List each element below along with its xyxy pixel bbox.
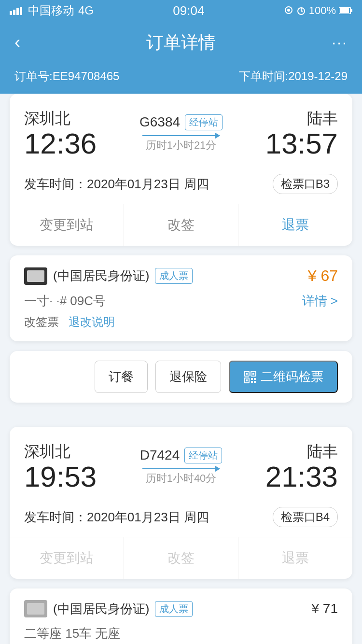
ticket-2-refund-btn: 退票 — [238, 537, 352, 579]
ticket-1-refund-btn[interactable]: 退票 — [238, 204, 352, 246]
passenger-2-ticket-type: 成人票 — [155, 601, 193, 617]
passenger-2-id-type: (中国居民身份证) — [53, 601, 149, 617]
svg-rect-2 — [16, 8, 19, 15]
status-bar-right: 100% — [284, 4, 352, 17]
more-button[interactable]: ··· — [332, 34, 348, 52]
qr-check-label: 二维码检票 — [261, 368, 323, 385]
passenger-1-seat-info: 一寸· ·# 09C号 — [24, 293, 106, 309]
passenger-2-left: (中国居民身份证) 成人票 — [24, 600, 193, 617]
passenger-1-detail-link[interactable]: 详情 > — [302, 293, 338, 309]
passenger-1-id-type: (中国居民身份证) — [53, 267, 149, 284]
ticket-2-gate: 检票口B4 — [273, 507, 338, 527]
section-gap — [0, 412, 362, 427]
ticket-1-train-info: 深圳北 12:36 G6384 经停站 历时1小时21分 陆丰 13:57 — [10, 94, 352, 204]
ticket-2-route: 深圳北 19:53 D7424 经停站 历时1小时40分 陆丰 21:33 — [24, 441, 338, 491]
svg-rect-15 — [252, 373, 254, 375]
svg-rect-21 — [254, 381, 256, 383]
ticket-1-route: 深圳北 12:36 G6384 经停站 历时1小时21分 陆丰 13:57 — [24, 108, 338, 158]
carrier-label: 中国移动 — [28, 3, 74, 18]
ticket-1-arrow — [142, 135, 220, 136]
signal-icon — [10, 6, 24, 15]
ticket-1-actions: 变更到站 改签 退票 — [10, 204, 352, 246]
svg-rect-17 — [246, 379, 248, 381]
passenger-2-row: (中国居民身份证) 成人票 ¥ 71 — [24, 600, 338, 617]
battery-label: 100% — [309, 4, 336, 17]
status-bar-time: 09:04 — [173, 3, 204, 18]
ticket-2-rebook-btn: 改签 — [124, 537, 238, 579]
ticket-1-center: G6384 经停站 历时1小时21分 — [106, 114, 256, 153]
ticket-2-depart-info: 发车时间：2020年01月23日 周四 检票口B4 — [24, 499, 338, 527]
svg-rect-20 — [251, 381, 253, 383]
ticket-2-jingting-tag[interactable]: 经停站 — [184, 448, 222, 463]
qr-code-icon — [243, 370, 257, 384]
passenger-1-ticket-type: 成人票 — [155, 268, 193, 284]
ticket-2-duration: 历时1小时40分 — [146, 471, 217, 486]
ticket-1-depart-info: 发车时间：2020年01月23日 周四 检票口B3 — [24, 166, 338, 194]
passenger-1-section: (中国居民身份证) 成人票 ¥ 67 一寸· ·# 09C号 详情 > 改签票 … — [10, 255, 352, 341]
insurance-refund-button[interactable]: 退保险 — [155, 361, 221, 393]
passenger-1-refund-link[interactable]: 退改说明 — [69, 314, 115, 330]
svg-rect-10 — [340, 8, 349, 13]
ticket-2-center: D7424 经停站 历时1小时40分 — [106, 448, 256, 486]
ticket-1-gate: 检票口B3 — [273, 174, 338, 194]
ticket-2-number-row: D7424 经停站 — [140, 448, 223, 463]
alarm-icon — [296, 6, 306, 15]
passenger-2-section: (中国居民身份证) 成人票 ¥ 71 二等座 15车 无座 已改签 退改说明 — [10, 588, 352, 644]
ticket-2-arrow — [142, 468, 220, 469]
ticket-1-rebook-btn[interactable]: 改签 — [124, 204, 238, 246]
ticket-1-duration: 历时1小时21分 — [146, 138, 217, 153]
passenger-1-rebook-label: 改签票 — [24, 314, 59, 330]
passenger-2-seat-row: 二等座 15车 无座 — [24, 625, 338, 642]
id-card-icon — [24, 267, 47, 285]
svg-rect-19 — [254, 378, 256, 380]
status-bar: 中国移动 4G 09:04 100% — [0, 0, 362, 21]
ticket-1-card: 深圳北 12:36 G6384 经停站 历时1小时21分 陆丰 13:57 — [10, 94, 352, 246]
passenger-2-seat-info: 二等座 15车 无座 — [24, 625, 120, 642]
back-button[interactable]: ‹ — [14, 32, 20, 53]
svg-rect-0 — [10, 11, 12, 15]
passenger-2-price: ¥ 71 — [312, 601, 338, 616]
ticket-1-to: 陆丰 13:57 — [265, 108, 338, 158]
ticket-1-train-number: G6384 — [139, 114, 180, 130]
passenger-1-left: (中国居民身份证) 成人票 — [24, 267, 193, 285]
page-title: 订单详情 — [146, 31, 216, 55]
battery-icon — [339, 7, 352, 14]
location-icon — [284, 6, 293, 15]
id-card-inner — [27, 270, 44, 282]
svg-rect-3 — [20, 7, 22, 15]
svg-point-5 — [287, 9, 290, 12]
ticket-2-actions: 变更到站 改签 退票 — [10, 537, 352, 579]
network-label: 4G — [78, 4, 94, 17]
order-info-bar: 订单号:EE94708465 下单时间:2019-12-29 — [0, 64, 362, 94]
ticket-1-from: 深圳北 12:36 — [24, 108, 97, 158]
svg-rect-1 — [13, 10, 15, 15]
main-content: 深圳北 12:36 G6384 经停站 历时1小时21分 陆丰 13:57 — [0, 94, 362, 644]
passenger-1-price: ¥ 67 — [308, 267, 338, 285]
svg-rect-18 — [251, 378, 253, 380]
passenger-1-refund-row: 改签票 退改说明 — [24, 314, 338, 330]
order-time: 下单时间:2019-12-29 — [239, 69, 348, 84]
status-bar-left: 中国移动 4G — [10, 3, 94, 18]
svg-rect-11 — [351, 9, 352, 12]
passenger-1-row: (中国居民身份证) 成人票 ¥ 67 — [24, 267, 338, 285]
ticket-2-change-btn: 变更到站 — [10, 537, 124, 579]
ticket-1-jingting-tag[interactable]: 经停站 — [185, 114, 223, 130]
ticket-2-to: 陆丰 21:33 — [265, 441, 338, 491]
ticket-1-change-btn[interactable]: 变更到站 — [10, 204, 124, 246]
order-food-button[interactable]: 订餐 — [95, 361, 148, 393]
ticket-1-buttons: 订餐 退保险 二维码检票 — [10, 351, 352, 403]
ticket-2-train-number: D7424 — [140, 448, 180, 463]
ticket-2-card: 深圳北 19:53 D7424 经停站 历时1小时40分 陆丰 21:33 — [10, 427, 352, 579]
ticket-1-depart-date: 发车时间：2020年01月23日 周四 — [24, 176, 209, 193]
id-card-inner-2 — [27, 603, 44, 615]
order-number: 订单号:EE94708465 — [14, 69, 119, 84]
qr-check-button[interactable]: 二维码检票 — [229, 361, 338, 393]
passenger-1-seat-row: 一寸· ·# 09C号 详情 > — [24, 293, 338, 309]
id-card-icon-2 — [24, 600, 47, 617]
ticket-1-number-row: G6384 经停站 — [139, 114, 223, 130]
svg-rect-13 — [246, 373, 248, 375]
ticket-2-train-info: 深圳北 19:53 D7424 经停站 历时1小时40分 陆丰 21:33 — [10, 427, 352, 537]
ticket-2-from: 深圳北 19:53 — [24, 441, 97, 491]
page-header: ‹ 订单详情 ··· — [0, 21, 362, 64]
ticket-2-depart-date: 发车时间：2020年01月23日 周四 — [24, 509, 209, 526]
